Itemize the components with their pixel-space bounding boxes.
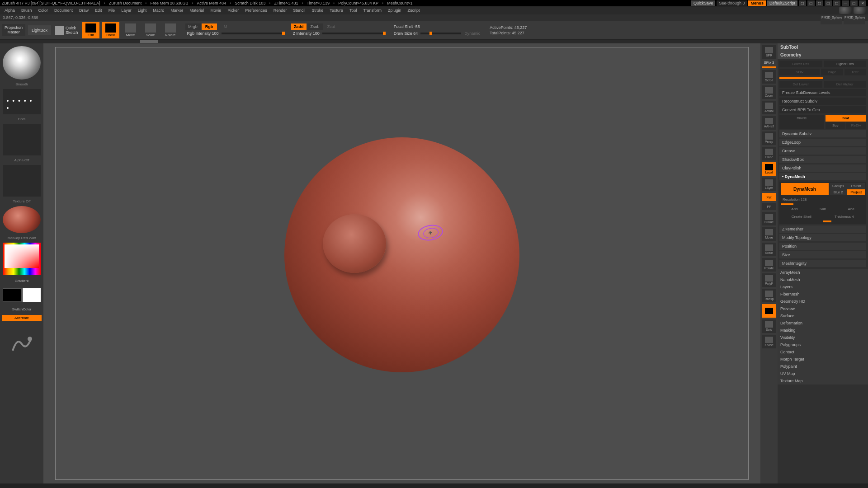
- menu-brush[interactable]: Brush: [19, 7, 35, 14]
- rgb-intensity-slider[interactable]: Rgb Intensity 100: [185, 30, 221, 37]
- window-control-5[interactable]: ▢: [833, 0, 840, 6]
- close-button[interactable]: ✕: [859, 0, 866, 6]
- menu-zplugin[interactable]: Zplugin: [385, 7, 404, 14]
- subtool-thumb-1[interactable]: PM3D_Sphere3D_1: [821, 15, 842, 24]
- menu-preferences[interactable]: Preferences: [242, 7, 270, 14]
- page-button[interactable]: Page: [821, 69, 843, 75]
- pf-button[interactable]: PF: [762, 203, 776, 210]
- position-header[interactable]: Position: [779, 243, 866, 250]
- top-scroll-strip[interactable]: [0, 40, 868, 43]
- brush-preview[interactable]: [3, 46, 41, 80]
- maximize-button[interactable]: ▢: [850, 0, 858, 6]
- viewport[interactable]: [43, 43, 760, 483]
- m-button[interactable]: M: [218, 23, 233, 30]
- and-button[interactable]: And: [837, 206, 865, 212]
- preview-header[interactable]: Preview: [778, 305, 868, 312]
- smt-button[interactable]: Smt: [826, 115, 867, 122]
- nanomesh-header[interactable]: NanoMesh: [778, 276, 868, 283]
- zcut-button[interactable]: Zcut: [324, 23, 339, 30]
- morph-target-header[interactable]: Morph Target: [778, 356, 868, 363]
- floor-button[interactable]: Floor: [762, 147, 776, 160]
- arraymesh-header[interactable]: ArrayMesh: [778, 269, 868, 276]
- claypolish-header[interactable]: ClayPolish: [779, 164, 866, 172]
- mesh-object[interactable]: [284, 137, 519, 372]
- menu-texture[interactable]: Texture: [327, 7, 346, 14]
- dynamic-button[interactable]: Dynamic: [462, 30, 482, 37]
- project-button[interactable]: Project: [847, 189, 865, 195]
- edgeloop-header[interactable]: EdgeLoop: [779, 139, 866, 146]
- groups-button[interactable]: Groups: [830, 183, 847, 189]
- freeze-subdiv-button[interactable]: Freeze SubDivision Levels: [779, 89, 866, 96]
- alternate-button[interactable]: Alternate: [2, 315, 42, 321]
- scale-mode-button[interactable]: Scale: [142, 22, 159, 38]
- persp-button[interactable]: Persp: [762, 131, 776, 145]
- menu-file[interactable]: File: [106, 7, 118, 14]
- menu-light[interactable]: Light: [135, 7, 150, 14]
- lightbox-button[interactable]: LightBox: [28, 25, 51, 35]
- menu-layer[interactable]: Layer: [118, 7, 134, 14]
- seethrough-slider[interactable]: See-through 0: [717, 0, 747, 6]
- projection-master-button[interactable]: Projection Master: [2, 24, 25, 37]
- material-preview[interactable]: [3, 206, 41, 233]
- surface-header[interactable]: Surface: [778, 312, 868, 319]
- menu-marker[interactable]: Marker: [168, 7, 186, 14]
- menu-alpha[interactable]: Alpha: [2, 7, 18, 14]
- default-zscript-button[interactable]: DefaultZScript: [767, 0, 797, 6]
- switchcolor-button[interactable]: SwitchColor: [2, 306, 42, 312]
- zadd-button[interactable]: Zadd: [291, 23, 307, 30]
- menu-stencil[interactable]: Stencil: [290, 7, 308, 14]
- scroll-button[interactable]: Scroll: [762, 70, 776, 84]
- shelf-rotate-button[interactable]: Rotate: [762, 258, 776, 272]
- sdiv-slider[interactable]: SDiv: [779, 69, 820, 75]
- dynamesh-button[interactable]: DynaMesh: [781, 183, 829, 195]
- reconstruct-button[interactable]: Reconstruct Subdiv: [779, 98, 866, 105]
- layers-header[interactable]: Layers: [778, 283, 868, 291]
- suv-button[interactable]: Suv: [826, 122, 846, 129]
- window-control-1[interactable]: ▢: [799, 0, 806, 6]
- bpr-button[interactable]: BPR: [762, 45, 776, 59]
- rediv-button[interactable]: ReDiv: [846, 122, 866, 129]
- menu-material[interactable]: Material: [187, 7, 207, 14]
- menu-macro[interactable]: Macro: [150, 7, 167, 14]
- stroke-preview[interactable]: [3, 89, 41, 114]
- quick-sketch-button[interactable]: Quick Sketch: [54, 24, 80, 36]
- transp-button[interactable]: Transp: [762, 289, 776, 302]
- xyz-button[interactable]: Xyz: [762, 193, 776, 201]
- higher-res-button[interactable]: Higher Res: [824, 61, 867, 67]
- add-button[interactable]: Add: [781, 206, 808, 212]
- menu-document[interactable]: Document: [52, 7, 75, 14]
- geometry-header[interactable]: Geometry: [778, 51, 868, 59]
- lower-res-button[interactable]: Lower Res: [779, 61, 822, 67]
- alpha-preview[interactable]: [3, 124, 41, 155]
- geometry-hd-header[interactable]: Geometry HD: [778, 298, 868, 305]
- menu-edit[interactable]: Edit: [92, 7, 105, 14]
- rgb-button[interactable]: Rgb: [202, 23, 217, 30]
- visibility-header[interactable]: Visibility: [778, 334, 868, 341]
- actual-button[interactable]: Actual: [762, 101, 776, 114]
- menu-picker[interactable]: Picker: [225, 7, 241, 14]
- draw-mode-button[interactable]: Draw: [102, 22, 119, 38]
- meshintegrity-header[interactable]: MeshIntegrity: [779, 260, 866, 267]
- move-mode-button[interactable]: Move: [122, 22, 139, 38]
- texture-map-header[interactable]: Texture Map: [778, 377, 868, 385]
- color-picker[interactable]: [3, 243, 41, 275]
- fibermesh-header[interactable]: FiberMesh: [778, 291, 868, 298]
- modify-topology-header[interactable]: Modify Topology: [779, 234, 866, 241]
- ghost-button[interactable]: [762, 304, 776, 318]
- resolution-slider[interactable]: Resolution 128: [781, 196, 865, 203]
- header-preview-1[interactable]: [839, 7, 852, 14]
- thickness-slider[interactable]: Thickness 4: [824, 213, 865, 220]
- texture-preview[interactable]: [3, 165, 41, 197]
- rstr-button[interactable]: Rstr: [844, 69, 867, 75]
- deformation-header[interactable]: Deformation: [778, 319, 868, 327]
- minimize-button[interactable]: —: [842, 0, 849, 6]
- shelf-move-button[interactable]: Move: [762, 227, 776, 241]
- create-shell-button[interactable]: Create Shell: [781, 213, 822, 220]
- aahalf-button[interactable]: AAHalf: [762, 116, 776, 130]
- menu-stroke[interactable]: Stroke: [309, 7, 326, 14]
- rotate-mode-button[interactable]: Rotate: [162, 22, 179, 38]
- contact-header[interactable]: Contact: [778, 348, 868, 356]
- shelf-scale-button[interactable]: Scale: [762, 243, 776, 256]
- spix-slider[interactable]: SPix 3: [764, 61, 774, 65]
- menu-tool[interactable]: Tool: [347, 7, 360, 14]
